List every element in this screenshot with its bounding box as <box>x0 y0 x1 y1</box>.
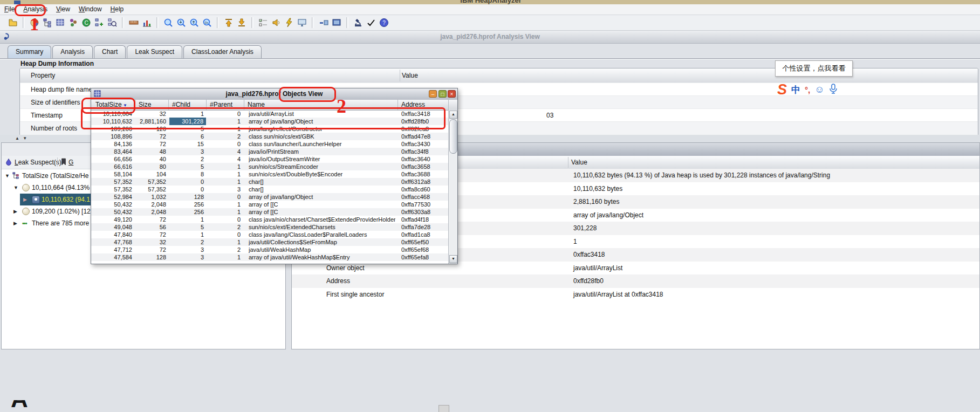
maximize-button[interactable]: □ <box>438 90 447 98</box>
tab-classloader-analysis[interactable]: ClassLoader Analysis <box>183 45 262 59</box>
add-tree-icon[interactable] <box>93 16 106 29</box>
emoji-icon[interactable]: ☺ <box>814 84 824 95</box>
objects-cell: 5 <box>170 163 204 170</box>
ime-tooltip[interactable]: 个性设置，点我看看 <box>775 60 853 77</box>
alert-speaker-icon[interactable] <box>270 16 283 29</box>
objects-cell: 0 <box>208 216 241 223</box>
tree-item-label: 109,200 (1.02%) [12 <box>32 208 91 215</box>
objects-table-row[interactable]: 57,35257,35203char[]0xffa8cd60 <box>91 186 449 193</box>
objects-cell: class java/lang/ClassLoader$ParallelLoad… <box>249 231 395 238</box>
menu-item-window[interactable]: Window <box>74 4 106 14</box>
collapse-arrow-icon[interactable]: ▼ <box>13 185 18 190</box>
object-cluster-icon[interactable] <box>67 16 80 29</box>
tree-view-icon[interactable] <box>41 16 54 29</box>
objects-table-row[interactable]: 47,7683221java/util/Collections$SetFromM… <box>91 238 449 246</box>
detail-value: java/util/ArrayList <box>573 264 622 272</box>
objects-table-row[interactable]: 58,10410481sun/nio/cs/ext/DoubleByte$Enc… <box>91 170 449 178</box>
microphone-icon[interactable] <box>829 84 838 96</box>
scroll-top-icon[interactable] <box>222 16 235 29</box>
sogou-logo-icon[interactable]: S <box>777 81 787 98</box>
analysis-view-titlebar[interactable]: java_pid276.hprof Analysis View <box>0 31 980 44</box>
objects-cell: 83,464 <box>92 148 132 155</box>
chinese-mode-icon[interactable]: 中 <box>791 84 800 96</box>
classloader-view-icon[interactable]: C <box>80 16 93 29</box>
column-divider[interactable] <box>400 70 400 81</box>
detail-value: 0xffd28fb0 <box>573 277 604 285</box>
launch-flash-icon[interactable] <box>283 16 296 29</box>
value-column-header[interactable]: Value <box>402 72 418 79</box>
objects-table-row[interactable]: 47,8407210class java/lang/ClassLoader$Pa… <box>91 231 449 238</box>
objects-table-row[interactable]: 57,35257,35201char[]0xff6312a8 <box>91 178 449 186</box>
objects-table-row[interactable]: 50,4322,0482561array of [[C0xff6303a8 <box>91 208 449 216</box>
value-column-header[interactable]: Value <box>571 159 587 166</box>
confirm-check-icon[interactable] <box>365 16 378 29</box>
tab-analysis[interactable]: Analysis <box>52 45 93 59</box>
svg-text:C: C <box>84 20 88 26</box>
scroll-down-button[interactable]: ▼ <box>449 255 457 263</box>
expand-arrow-icon[interactable]: ▶ <box>23 197 27 202</box>
property-column-header[interactable]: Property <box>31 72 55 79</box>
scrollbar-thumb[interactable] <box>449 119 457 154</box>
objects-cell: class sun/nio/cs/ext/GBK <box>249 133 395 140</box>
table-view-icon[interactable] <box>54 16 67 29</box>
go-link[interactable]: G <box>68 159 73 166</box>
zoom-icon[interactable] <box>162 16 175 29</box>
expand-arrow-icon[interactable]: ▶ <box>13 221 17 226</box>
inspect-microscope-icon[interactable] <box>352 16 365 29</box>
bookmark-icon[interactable] <box>61 158 66 167</box>
monitor-view-icon[interactable] <box>296 16 309 29</box>
objects-table-row[interactable]: 83,4644834java/io/PrintStream0xffac34f8 <box>91 148 449 155</box>
column-divider[interactable] <box>568 157 568 168</box>
objects-table-row[interactable]: 52,9841,0321280array of java/lang/Object… <box>91 193 449 201</box>
expand-arrow-icon[interactable]: ▶ <box>13 209 17 214</box>
objects-table-row[interactable]: 47,7127232java/util/WeakHashMap0xff65ef6… <box>91 246 449 253</box>
splitter-arrows-icon[interactable]: ▲ ▼ <box>15 136 28 141</box>
detail-value: 2,881,160 bytes <box>573 198 619 205</box>
objects-table-row[interactable]: 66,6168051sun/nio/cs/StreamEncoder0xffac… <box>91 163 449 170</box>
tab-summary[interactable]: Summary <box>8 45 51 59</box>
zoom-reset-icon[interactable]: 0x <box>201 16 214 29</box>
objects-table-row[interactable]: 66,6564024java/io/OutputStreamWriter0xff… <box>91 155 449 163</box>
objects-cell: 108,896 <box>92 133 132 140</box>
open-file-icon[interactable] <box>6 16 19 29</box>
zoom-out-icon[interactable] <box>175 16 188 29</box>
search-tree-icon[interactable] <box>106 16 119 29</box>
objects-cell: 0xff65ef68 <box>401 246 448 253</box>
objects-cell: 47,768 <box>92 238 132 246</box>
scroll-up-button[interactable]: ▲ <box>449 111 457 119</box>
scroll-bottom-icon[interactable] <box>235 16 248 29</box>
punctuation-icon[interactable]: °, <box>805 85 810 94</box>
full-view-icon[interactable] <box>330 16 343 29</box>
help-icon[interactable]: ? <box>378 16 390 29</box>
collapse-arrow-icon[interactable]: ▼ <box>5 173 10 178</box>
leak-suspects-label[interactable]: Leak Suspect(s) <box>15 159 61 166</box>
tab-leak-suspect[interactable]: Leak Suspect <box>127 45 182 59</box>
objects-table-row[interactable]: 49,0485652sun/nio/cs/ext/ExtendedCharset… <box>91 223 449 231</box>
zoom-in-icon[interactable] <box>188 16 201 29</box>
objects-cell: 1 <box>208 163 241 170</box>
detail-row[interactable]: First single ancestorjava/util/ArrayList… <box>292 288 979 301</box>
objects-table-row[interactable]: 47,58412831array of java/util/WeakHashMa… <box>91 253 449 261</box>
objects-cell: 3 <box>170 253 204 261</box>
toolbar-separator <box>312 17 314 28</box>
ruler-icon[interactable] <box>127 16 140 29</box>
objects-cell: 6 <box>170 133 204 140</box>
options-list-icon[interactable] <box>257 16 270 29</box>
objects-view-titlebar[interactable]: java_pid276.hprof Objects View – □ × <box>91 88 457 100</box>
detail-row[interactable]: Address0xffd28fb0 <box>292 274 979 288</box>
objects-table-row[interactable]: 108,8967262class sun/nio/cs/ext/GBK0xffa… <box>91 133 449 140</box>
bar-chart-icon[interactable] <box>140 16 153 29</box>
tab-chart[interactable]: Chart <box>94 45 126 59</box>
tree-item-label: There are 785 more <box>32 219 89 227</box>
minimize-button[interactable]: – <box>429 90 437 98</box>
objects-table-row[interactable]: 50,4322,0482561array of [[C0xffa77530 <box>91 201 449 208</box>
vertical-scrollbar[interactable]: ▲ ▼ <box>448 110 457 264</box>
close-button[interactable]: × <box>448 90 456 98</box>
compact-view-icon[interactable] <box>317 16 330 29</box>
menu-item-help[interactable]: Help <box>106 4 128 14</box>
objects-table-row[interactable]: 49,1207210class java/nio/charset/Charset… <box>91 216 449 223</box>
objects-table-row[interactable]: 84,13672150class sun/launcher/LauncherHe… <box>91 140 449 148</box>
objects-cell: class java/nio/charset/Charset$ExtendedP… <box>249 216 395 223</box>
menu-item-view[interactable]: View <box>52 4 74 14</box>
objects-cell: 80 <box>134 163 166 170</box>
